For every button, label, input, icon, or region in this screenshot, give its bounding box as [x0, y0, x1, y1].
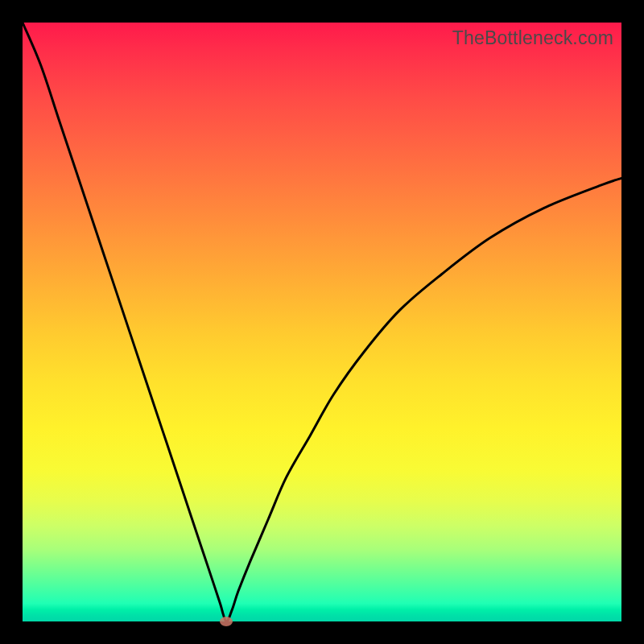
chart-frame: TheBottleneck.com	[0, 0, 644, 644]
minimum-marker	[220, 617, 233, 626]
curve-path	[23, 23, 621, 621]
plot-area: TheBottleneck.com	[23, 23, 621, 621]
bottleneck-curve	[23, 23, 621, 621]
